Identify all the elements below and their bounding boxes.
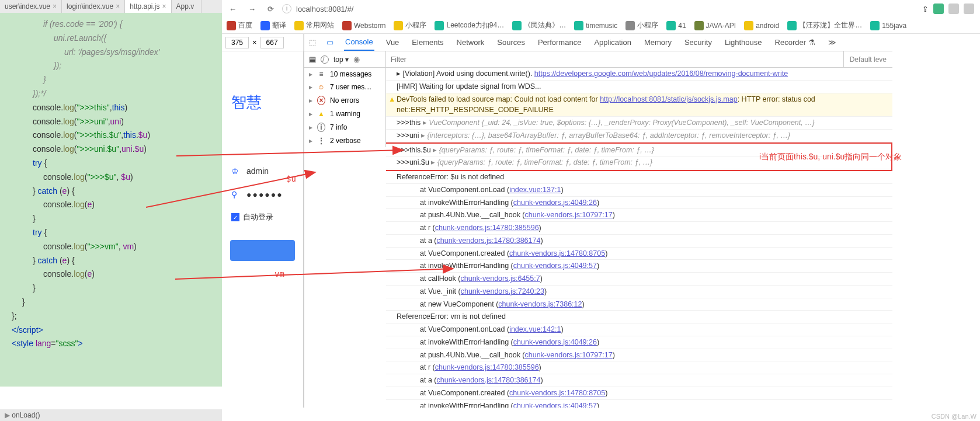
- editor-tab[interactable]: http.api.js×: [125, 0, 171, 13]
- annotation-u: $u: [286, 174, 296, 183]
- devtools-tab[interactable]: ≫: [827, 34, 837, 50]
- devtools-tab[interactable]: Recorder ⚗: [774, 34, 816, 50]
- devtools-tab[interactable]: Sources: [496, 34, 526, 50]
- editor-tab[interactable]: login\index.vue×: [62, 0, 125, 13]
- bookmark-item[interactable]: Leetcode力扣94…: [435, 20, 504, 30]
- summary-row[interactable]: ▸⋮2 verbose: [304, 134, 385, 147]
- watermark: CSDN @Lan.W: [932, 413, 976, 420]
- inspect-icon[interactable]: ⬚: [309, 38, 316, 47]
- console-line[interactable]: ReferenceError: vm is not defined: [386, 311, 892, 323]
- site-info-icon[interactable]: i: [282, 4, 291, 13]
- bookmark-item[interactable]: timemusic: [574, 21, 617, 30]
- bookmark-item[interactable]: 【汪苏泷】全世界…: [787, 20, 862, 30]
- address-bar[interactable]: localhost:8081/#/: [296, 5, 353, 13]
- summary-row[interactable]: ▸☺7 user mes…: [304, 81, 385, 93]
- nav-back-icon[interactable]: ←: [225, 5, 240, 13]
- app-title: 智慧: [222, 51, 303, 113]
- summary-row[interactable]: ▸▲1 warning: [304, 107, 385, 120]
- console-line[interactable]: >>>uni ▸ {interceptors: {…}, base64ToArr…: [386, 130, 892, 142]
- summary-row[interactable]: ▸×No errors: [304, 93, 385, 107]
- mobile-preview: 智慧 ♔admin ⚲●●●●●● ✓自动登录 $u vm: [222, 51, 304, 408]
- key-icon: ⚲: [231, 190, 241, 199]
- nav-forward-icon[interactable]: →: [245, 5, 259, 13]
- user-icon: ♔: [231, 166, 241, 176]
- bookmark-item[interactable]: 《民法典》…: [512, 20, 566, 30]
- editor-tab[interactable]: App.v: [172, 0, 202, 13]
- annotation-vm: vm: [274, 269, 284, 279]
- console-line[interactable]: [HMR] Waiting for update signal from WDS…: [386, 81, 892, 93]
- extensions-area: ⇪: [916, 0, 980, 18]
- console-filter-input[interactable]: [386, 51, 843, 67]
- bookmark-item[interactable]: 百度: [227, 20, 252, 30]
- devtools-tab[interactable]: Application: [593, 34, 633, 50]
- context-selector[interactable]: top ▾: [333, 55, 349, 64]
- devtools-tab[interactable]: Lighthouse: [724, 34, 763, 50]
- devtools-tab[interactable]: Console: [344, 34, 374, 51]
- console-line[interactable]: >>>this ▸ VueComponent {_uid: 24, _isVue…: [386, 117, 892, 130]
- bookmark-item[interactable]: JAVA-API: [694, 21, 736, 30]
- devtools-panel: ⬚ ▭ ConsoleVueElementsNetworkSourcesPerf…: [304, 34, 892, 408]
- bookmark-item[interactable]: 155java: [870, 21, 906, 30]
- bookmark-item[interactable]: 常用网站: [294, 20, 334, 30]
- bookmark-item[interactable]: 41: [666, 21, 686, 30]
- nav-reload-icon[interactable]: ⟳: [264, 5, 277, 13]
- console-sidebar: ▸≡10 messages▸☺7 user mes…▸×No errors▸▲1…: [304, 68, 386, 147]
- bookmark-item[interactable]: 小程序: [394, 20, 426, 30]
- console-line[interactable]: ▸ [Violation] Avoid using document.write…: [386, 68, 892, 81]
- console-toolbar: ▤ top ▾ ◉ Default leve: [304, 51, 892, 68]
- devtools-tab[interactable]: Network: [456, 34, 486, 50]
- extension-icon[interactable]: [964, 4, 974, 14]
- password-row[interactable]: ⚲●●●●●●: [222, 183, 303, 206]
- device-toggle-icon[interactable]: ▭: [326, 38, 333, 47]
- console-output[interactable]: ▸ [Violation] Avoid using document.write…: [386, 68, 892, 408]
- log-levels-selector[interactable]: Default leve: [843, 51, 892, 67]
- console-line[interactable]: ReferenceError: $u is not defined: [386, 171, 892, 184]
- devtools-tab[interactable]: Performance: [537, 34, 582, 50]
- device-width-input[interactable]: 375: [225, 37, 249, 48]
- device-height-input[interactable]: 667: [260, 37, 284, 48]
- clear-console-icon[interactable]: [321, 55, 329, 64]
- bookmark-item[interactable]: Webstorm: [342, 21, 385, 30]
- device-size-toolbar: 375 × 667: [222, 34, 304, 51]
- bookmark-item[interactable]: android: [744, 21, 779, 30]
- devtools-tab[interactable]: Memory: [643, 34, 673, 50]
- sidebar-toggle-icon[interactable]: ▤: [309, 55, 316, 64]
- devtools-tab[interactable]: Elements: [411, 34, 444, 50]
- auto-login-checkbox[interactable]: ✓自动登录: [222, 206, 303, 228]
- devtools-tabs: ⬚ ▭ ConsoleVueElementsNetworkSourcesPerf…: [304, 34, 892, 51]
- summary-row[interactable]: ▸i7 info: [304, 120, 385, 134]
- editor-tab-bar: user\index.vue×login\index.vue×http.api.…: [0, 0, 222, 13]
- console-line[interactable]: ▲DevTools failed to load source map: Cou…: [386, 93, 892, 117]
- editor-tab[interactable]: user\index.vue×: [0, 0, 62, 13]
- devtools-tab[interactable]: Vue: [385, 34, 401, 50]
- bookmark-item[interactable]: 小程序: [625, 20, 658, 30]
- share-icon[interactable]: ⇪: [922, 5, 929, 13]
- code-editor[interactable]: if (res.code == '200') {uni.reLaunch({ur…: [0, 13, 222, 387]
- bookmarks-bar: 百度翻译常用网站Webstorm小程序Leetcode力扣94…《民法典》…ti…: [222, 18, 980, 34]
- extension-icon[interactable]: [948, 4, 959, 14]
- login-button[interactable]: [230, 240, 295, 261]
- checkbox-icon: ✓: [231, 213, 239, 221]
- live-expression-icon[interactable]: ◉: [353, 55, 360, 64]
- browser-toolbar: ← → ⟳ i localhost:8081/#/: [222, 0, 980, 18]
- editor-footer: ▶ onLoad(): [0, 409, 222, 421]
- devtools-tab[interactable]: Security: [683, 34, 713, 50]
- summary-row[interactable]: ▸≡10 messages: [304, 68, 385, 81]
- annotation-text: i当前页面this.$u, uni.$u指向同一个对象: [759, 152, 902, 162]
- vue-devtools-icon[interactable]: [933, 4, 944, 14]
- bookmark-item[interactable]: 翻译: [260, 20, 286, 30]
